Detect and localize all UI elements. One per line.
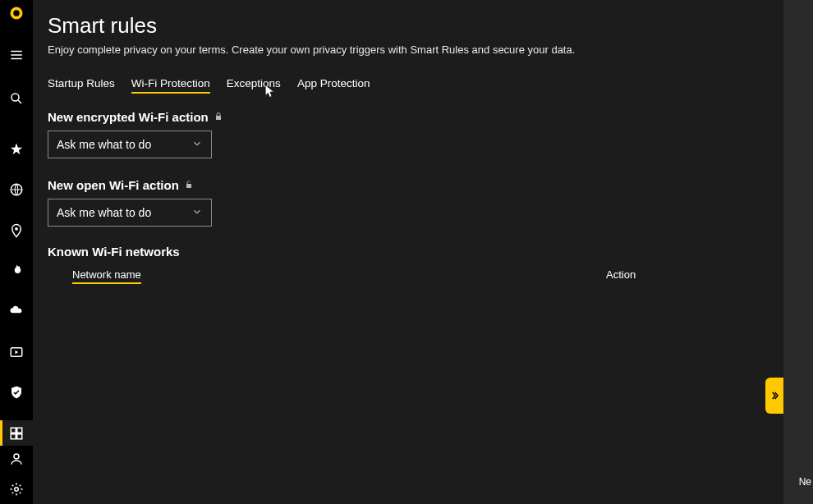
tab-wifi-protection[interactable]: Wi-Fi Protection: [131, 77, 210, 94]
column-network-name[interactable]: Network name: [72, 268, 141, 284]
encrypted-wifi-value: Ask me what to do: [57, 138, 151, 151]
fire-icon[interactable]: [0, 258, 33, 283]
table-header: Network name Action: [48, 268, 767, 284]
column-action: Action: [606, 268, 636, 281]
open-wifi-label-text: New open Wi-Fi action: [48, 178, 179, 192]
svg-point-5: [15, 227, 18, 231]
svg-rect-10: [17, 433, 22, 438]
svg-point-12: [15, 488, 19, 492]
encrypted-wifi-label-text: New encrypted Wi-Fi action: [48, 110, 209, 124]
sidebar: [0, 0, 33, 504]
gear-icon[interactable]: [0, 477, 33, 502]
page-subtitle: Enjoy complete privacy on your terms. Cr…: [48, 44, 767, 56]
expand-panel-button[interactable]: [765, 378, 783, 414]
lock-icon: [214, 110, 223, 124]
open-wifi-value: Ask me what to do: [57, 206, 151, 219]
star-icon[interactable]: [0, 136, 33, 162]
svg-point-2: [11, 94, 19, 101]
known-wifi-heading: Known Wi-Fi networks: [48, 245, 767, 259]
page-title: Smart rules: [48, 13, 767, 39]
location-icon[interactable]: [0, 218, 33, 243]
tab-startup-rules[interactable]: Startup Rules: [48, 77, 115, 94]
encrypted-wifi-label: New encrypted Wi-Fi action: [48, 110, 767, 124]
open-wifi-label: New open Wi-Fi action: [48, 178, 767, 192]
right-strip-text: Ne: [799, 476, 811, 488]
svg-rect-7: [11, 428, 16, 433]
rules-icon[interactable]: [0, 420, 33, 446]
svg-line-3: [18, 101, 21, 104]
chevron-down-icon: [191, 138, 203, 152]
shield-icon[interactable]: [0, 380, 33, 405]
svg-point-1: [13, 10, 20, 16]
unlock-icon: [184, 178, 194, 192]
open-wifi-select[interactable]: Ask me what to do: [48, 199, 212, 227]
app-logo: [0, 0, 33, 25]
cloud-icon[interactable]: [0, 299, 33, 324]
main-content: Smart rules Enjoy complete privacy on yo…: [33, 0, 783, 504]
tabs: Startup Rules Wi-Fi Protection Exception…: [48, 77, 767, 94]
search-icon[interactable]: [0, 86, 33, 112]
encrypted-wifi-select[interactable]: Ask me what to do: [48, 131, 212, 158]
svg-rect-8: [17, 428, 22, 433]
svg-rect-13: [216, 116, 221, 120]
play-icon[interactable]: [0, 339, 33, 364]
chevron-down-icon: [191, 206, 203, 220]
svg-rect-14: [186, 184, 191, 188]
menu-icon[interactable]: [0, 42, 33, 67]
user-icon[interactable]: [0, 446, 33, 471]
svg-point-11: [14, 454, 19, 459]
right-strip: Ne: [783, 0, 813, 504]
tab-app-protection[interactable]: App Protection: [297, 77, 370, 94]
tab-exceptions[interactable]: Exceptions: [227, 77, 281, 94]
globe-icon[interactable]: [0, 177, 33, 203]
svg-rect-9: [11, 433, 16, 438]
